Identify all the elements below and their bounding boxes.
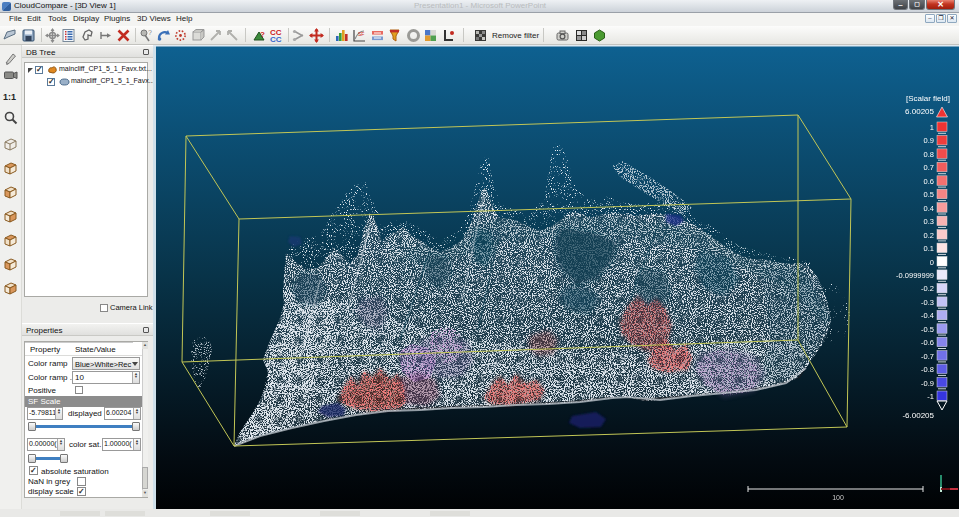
svg-text:0.9: 0.9 bbox=[924, 136, 934, 145]
svg-text:-1: -1 bbox=[927, 392, 934, 401]
svg-text:0.8: 0.8 bbox=[924, 150, 934, 159]
svg-text:0: 0 bbox=[930, 258, 934, 267]
svg-text:100: 100 bbox=[832, 494, 844, 501]
svg-text:[Scalar field]: [Scalar field] bbox=[906, 94, 950, 103]
svg-text:-0.4: -0.4 bbox=[921, 311, 934, 320]
svg-text:?: ? bbox=[260, 30, 265, 39]
svg-text:0.2: 0.2 bbox=[924, 231, 934, 240]
svg-text:0.3: 0.3 bbox=[924, 217, 934, 226]
svg-text:SF: SF bbox=[358, 31, 364, 37]
svg-text:-0.5: -0.5 bbox=[921, 325, 934, 334]
svg-text:-6.00205: -6.00205 bbox=[902, 411, 934, 420]
svg-text:-0.0999999: -0.0999999 bbox=[896, 271, 934, 280]
svg-text:0.5: 0.5 bbox=[924, 190, 934, 199]
svg-text:-0.6: -0.6 bbox=[921, 338, 934, 347]
svg-text:?: ? bbox=[148, 29, 152, 36]
svg-text:0.6: 0.6 bbox=[924, 177, 934, 186]
svg-text:6.00205: 6.00205 bbox=[905, 107, 934, 116]
svg-text:-0.9: -0.9 bbox=[921, 379, 934, 388]
svg-text:-0.3: -0.3 bbox=[921, 298, 934, 307]
svg-text:0.4: 0.4 bbox=[924, 204, 934, 213]
svg-text:-0.7: -0.7 bbox=[921, 352, 934, 361]
svg-text:0.7: 0.7 bbox=[924, 163, 934, 172]
svg-text:-0.2: -0.2 bbox=[921, 284, 934, 293]
svg-text:-0.8: -0.8 bbox=[921, 365, 934, 374]
svg-text:0.1: 0.1 bbox=[924, 244, 934, 253]
svg-text:1: 1 bbox=[930, 123, 934, 132]
svg-text:CC: CC bbox=[270, 35, 282, 43]
